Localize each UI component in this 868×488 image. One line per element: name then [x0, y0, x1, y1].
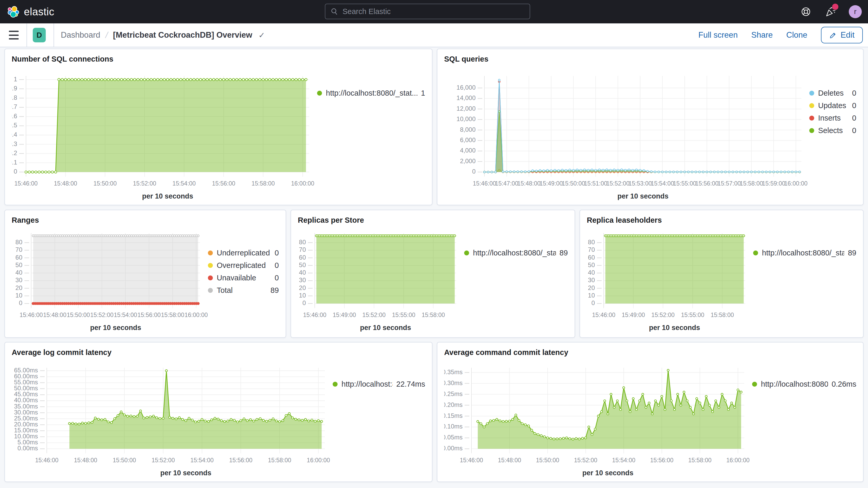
- svg-text:0: 0: [14, 168, 17, 175]
- edit-button[interactable]: Edit: [821, 27, 863, 43]
- legend-item[interactable]: http://localhost:8080/_sta...89: [753, 249, 856, 257]
- svg-text:30: 30: [16, 276, 22, 283]
- share-button[interactable]: Share: [751, 30, 773, 40]
- legend-item[interactable]: http://localhost:8080...0.26ms: [752, 380, 856, 389]
- svg-text:20: 20: [588, 284, 595, 291]
- svg-text:15:52:00: 15:52:00: [606, 180, 630, 187]
- svg-text:0.6: 0.6: [12, 113, 17, 120]
- legend-item[interactable]: Overreplicated0: [208, 261, 279, 270]
- legend-item[interactable]: http://localhost:8080/_stat...1: [317, 89, 425, 97]
- svg-text:0.30ms: 0.30ms: [444, 379, 463, 387]
- whats-new-button[interactable]: [824, 6, 836, 18]
- panel-title: Replica leaseholders: [587, 215, 856, 228]
- search-input[interactable]: Search Elastic: [325, 4, 530, 19]
- svg-text:per 10 seconds: per 10 seconds: [360, 324, 411, 332]
- svg-text:5.00ms: 5.00ms: [18, 439, 38, 446]
- full-screen-button[interactable]: Full screen: [698, 30, 738, 40]
- chart-average-log-commit-latency[interactable]: 0.00ms5.00ms10.00ms15.00ms20.00ms25.00ms…: [12, 360, 333, 478]
- svg-text:15:46:00: 15:46:00: [303, 311, 327, 318]
- svg-text:8,000: 8,000: [460, 126, 475, 133]
- dashboard-badge[interactable]: D: [33, 28, 46, 42]
- breadcrumb-separator: /: [104, 30, 109, 40]
- svg-text:60.00ms: 60.00ms: [14, 373, 38, 379]
- breadcrumb-dashboard-link[interactable]: Dashboard: [61, 30, 100, 40]
- elastic-logo[interactable]: elastic: [0, 6, 54, 18]
- svg-text:15:50:00: 15:50:00: [536, 457, 559, 464]
- help-button[interactable]: [800, 6, 812, 18]
- divider: [27, 23, 27, 47]
- svg-text:10: 10: [588, 292, 595, 299]
- svg-text:60: 60: [16, 254, 22, 261]
- svg-text:40: 40: [299, 269, 306, 276]
- svg-text:15:47:00: 15:47:00: [495, 180, 519, 187]
- svg-text:16:00:00: 16:00:00: [291, 180, 314, 187]
- legend-item[interactable]: Updates0: [809, 101, 856, 110]
- chart-sql-queries[interactable]: 02,0004,0006,0008,00010,00012,00014,0001…: [444, 67, 809, 201]
- svg-text:15:46:00: 15:46:00: [592, 311, 615, 318]
- legend-color-dot: [809, 116, 814, 121]
- svg-text:15:54:00: 15:54:00: [190, 457, 214, 464]
- legend-item[interactable]: http://localhost:8080/_sta...89: [464, 249, 568, 257]
- chart-replica-leaseholders[interactable]: 0102030405060708015:46:0015:49:0015:52:0…: [587, 228, 753, 334]
- panel-replicas-per-store: Replicas per Store 0102030405060708015:4…: [290, 210, 575, 338]
- chart-ranges[interactable]: 0102030405060708015:46:0015:48:0015:50:0…: [12, 228, 208, 334]
- svg-text:10,000: 10,000: [457, 115, 475, 122]
- svg-text:0: 0: [472, 168, 475, 175]
- legend-value: 22.74ms: [393, 380, 425, 389]
- svg-text:15:52:00: 15:52:00: [152, 457, 175, 464]
- svg-text:per 10 seconds: per 10 seconds: [142, 192, 193, 200]
- clone-button[interactable]: Clone: [786, 30, 807, 40]
- svg-text:0: 0: [303, 299, 306, 306]
- legend-item[interactable]: Unavailable0: [208, 274, 279, 282]
- svg-text:15:52:00: 15:52:00: [651, 311, 675, 318]
- user-avatar[interactable]: r: [849, 5, 862, 18]
- svg-text:0: 0: [591, 299, 595, 306]
- svg-text:15:58:00: 15:58:00: [268, 457, 291, 464]
- svg-text:15:46:00: 15:46:00: [473, 180, 496, 187]
- svg-text:30: 30: [299, 276, 306, 283]
- legend-value: 1: [417, 89, 425, 97]
- chart-legend: http://localhost:8080/_sta...89: [464, 228, 568, 334]
- legend-color-dot: [809, 91, 814, 96]
- svg-text:15:58:00: 15:58:00: [711, 311, 734, 318]
- svg-text:16:00:00: 16:00:00: [185, 311, 208, 318]
- svg-text:15:48:00: 15:48:00: [74, 457, 97, 464]
- legend-item[interactable]: Inserts0: [809, 114, 856, 122]
- svg-text:20: 20: [16, 284, 22, 291]
- svg-text:0.20ms: 0.20ms: [444, 401, 463, 408]
- svg-text:15:55:00: 15:55:00: [673, 180, 696, 187]
- legend-item[interactable]: http://localhost:808...22.74ms: [333, 380, 425, 389]
- svg-text:80: 80: [588, 239, 595, 246]
- menu-button[interactable]: [9, 31, 19, 39]
- svg-text:15:56:00: 15:56:00: [137, 311, 161, 318]
- legend-item[interactable]: Deletes0: [809, 89, 856, 97]
- chart-number-of-sql-connections[interactable]: 00.10.20.30.40.50.60.70.80.9115:46:0015:…: [12, 67, 317, 201]
- page-title: [Metricbeat CockroachDB] Overview: [113, 30, 252, 40]
- legend-value: 89: [267, 286, 279, 295]
- legend-item[interactable]: Selects0: [809, 126, 856, 135]
- legend-color-dot: [809, 128, 814, 133]
- legend-label: Updates: [818, 101, 846, 110]
- svg-text:0.10ms: 0.10ms: [444, 423, 463, 430]
- svg-text:per 10 seconds: per 10 seconds: [90, 324, 142, 332]
- legend-value: 0: [848, 101, 856, 110]
- svg-text:15:53:00: 15:53:00: [629, 180, 652, 187]
- svg-text:4,000: 4,000: [460, 147, 475, 154]
- svg-text:15:50:00: 15:50:00: [93, 180, 117, 187]
- legend-label: Total: [217, 286, 232, 295]
- svg-text:15:55:00: 15:55:00: [392, 311, 415, 318]
- brand-name: elastic: [24, 6, 54, 18]
- legend-item[interactable]: Underreplicated0: [208, 249, 279, 257]
- svg-text:1: 1: [14, 75, 17, 83]
- svg-text:70: 70: [299, 246, 306, 253]
- svg-text:15:49:00: 15:49:00: [333, 311, 356, 318]
- chart-legend: http://localhost:8080/_sta...89: [753, 228, 856, 334]
- chart-average-command-commit-latency[interactable]: 0.00ms0.05ms0.10ms0.15ms0.20ms0.25ms0.30…: [444, 360, 752, 478]
- panel-ranges: Ranges 0102030405060708015:46:0015:48:00…: [4, 210, 286, 338]
- svg-text:15:48:00: 15:48:00: [43, 311, 66, 318]
- chart-replicas-per-store[interactable]: 0102030405060708015:46:0015:49:0015:52:0…: [298, 228, 464, 334]
- svg-text:15:52:00: 15:52:00: [133, 180, 156, 187]
- svg-text:15:46:00: 15:46:00: [460, 457, 483, 464]
- legend-label: http://localhost:8080/_stat...: [326, 89, 417, 97]
- legend-item[interactable]: Total89: [208, 286, 279, 295]
